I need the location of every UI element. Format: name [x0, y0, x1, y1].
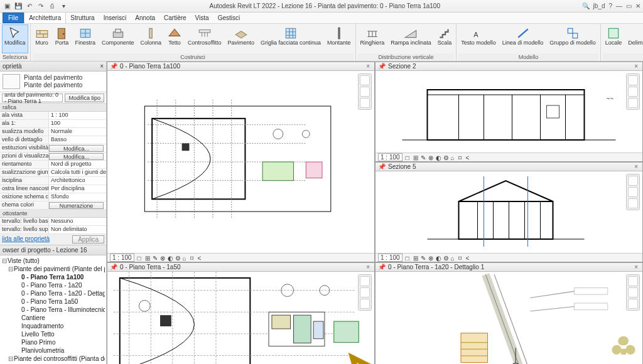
nav-wheel[interactable]	[626, 73, 640, 110]
montante-button[interactable]: Montante	[325, 24, 354, 53]
viewbar-icon[interactable]: <	[197, 254, 205, 262]
file-tab[interactable]: File	[3, 13, 24, 23]
property-row[interactable]: estituzioni visibilità/graficaModifica..…	[0, 144, 106, 153]
viewbar-icon[interactable]: ⊞	[413, 154, 420, 161]
property-row[interactable]: isciplinaArchitettonico	[0, 177, 106, 185]
property-value[interactable]: Architettonico	[49, 177, 106, 185]
view-detail-1a20[interactable]: 📌0 - Piano Terra - 1a20 - Dettaglio 1× 1	[375, 262, 643, 364]
tab-vista[interactable]: Vista	[191, 13, 213, 23]
property-value[interactable]: Nessuno	[49, 218, 106, 225]
property-row[interactable]: ala 1:100	[0, 120, 106, 128]
property-row[interactable]: ala vista1 : 100	[0, 112, 106, 120]
finestra-button[interactable]: Finestra	[73, 24, 99, 53]
viewbar-icon[interactable]: □	[405, 254, 413, 262]
close-icon[interactable]: ✕	[635, 3, 640, 9]
property-value[interactable]: 100	[49, 120, 106, 127]
apply-button[interactable]: Applica	[72, 235, 104, 244]
tree-node[interactable]: Cantiere	[1, 314, 105, 322]
tree-node[interactable]: Livello Tetto	[1, 330, 105, 338]
viewbar-icon[interactable]: ⌑	[458, 154, 465, 161]
property-value[interactable]: Numerazione	[49, 202, 104, 209]
viewbar-icon[interactable]: ◐	[167, 254, 175, 262]
property-value[interactable]: Nord di progetto	[49, 161, 106, 168]
gruppo-di-modello-button[interactable]: Gruppo di modello	[547, 24, 598, 53]
tree-node[interactable]: 0 - Piano Terra 1a100	[1, 273, 105, 281]
tree-node[interactable]: Planivolumetria	[1, 346, 105, 355]
search-icon[interactable]: 🔍	[582, 3, 590, 9]
property-row[interactable]: rientamentoNord di progetto	[0, 161, 106, 169]
viewbar-icon[interactable]: ⌂	[450, 254, 458, 262]
viewbar-icon[interactable]: ⚙	[443, 154, 450, 161]
scale-display[interactable]: 1 : 100	[378, 153, 403, 161]
griglia-facciata-continua-button[interactable]: Griglia facciata continua	[258, 24, 323, 53]
property-row[interactable]: sualizzazione giunti deiCalcola tutti i …	[0, 169, 106, 177]
viewbar-icon[interactable]: □	[405, 154, 413, 161]
close-icon[interactable]: ×	[632, 63, 640, 70]
view-pin-icon[interactable]: 📌	[378, 264, 386, 270]
tetto-button[interactable]: Tetto	[165, 24, 184, 53]
property-value[interactable]: Modifica...	[49, 145, 104, 152]
close-icon[interactable]: ×	[364, 264, 372, 270]
tab-struttura[interactable]: Struttura	[66, 13, 99, 23]
view-section-5[interactable]: 📌Sezione 5× 1 : 100□⊞✎⊗◐⚙⌂⌑<	[375, 162, 643, 262]
save-icon[interactable]: 💾	[14, 2, 23, 11]
viewbar-icon[interactable]: <	[465, 254, 473, 262]
controsoffitto-button[interactable]: Controsoffitto	[185, 24, 224, 53]
tree-node[interactable]: 0 - Piano Terra - 1a20	[1, 281, 105, 289]
viewbar-icon[interactable]: ⌑	[458, 254, 465, 262]
tree-node[interactable]: 0 - Piano Terra - Illuminotecnica	[1, 306, 105, 314]
viewbar-icon[interactable]: ✎	[420, 254, 428, 262]
property-value[interactable]: Calcola tutti i giunti dei muri	[49, 169, 106, 176]
undo-icon[interactable]: ↶	[25, 2, 34, 11]
viewbar-icon[interactable]: ⊞	[413, 254, 420, 262]
close-icon[interactable]: ×	[100, 63, 104, 70]
viewbar-icon[interactable]: ⊗	[428, 254, 435, 262]
viewbar-icon[interactable]: ⌂	[450, 154, 458, 161]
view-pin-icon[interactable]: 📌	[378, 163, 386, 170]
viewbar-icon[interactable]: ⌂	[182, 254, 190, 262]
viewbar-icon[interactable]: ⊗	[159, 254, 167, 262]
locale-button[interactable]: Locale	[603, 24, 625, 53]
viewbar-icon[interactable]: ◐	[435, 154, 443, 161]
property-row[interactable]: sualizza modelloNormale	[0, 128, 106, 136]
tree-node[interactable]: Piano Primo	[1, 338, 105, 346]
viewbar-icon[interactable]: □	[137, 254, 144, 262]
linea-di-modello-button[interactable]: Linea di modello	[500, 24, 546, 53]
tree-node[interactable]: ⊟Viste (tutto)	[1, 257, 105, 265]
view-plan-1a100[interactable]: 📌0 - Piano Terra 1a100×	[107, 62, 375, 262]
nav-wheel[interactable]	[626, 174, 640, 210]
porta-button[interactable]: Porta	[53, 24, 72, 53]
property-row[interactable]: ostra linee nascostePer disciplina	[0, 185, 106, 193]
pavimento-button[interactable]: Pavimento	[225, 24, 257, 53]
modify-button[interactable]: Modifica	[2, 24, 28, 53]
colonna-button[interactable]: Colonna	[138, 24, 165, 53]
maximize-icon[interactable]: ▭	[626, 3, 632, 9]
minimize-icon[interactable]: —	[616, 3, 622, 9]
scale-display[interactable]: 1 : 100	[110, 254, 134, 262]
viewbar-icon[interactable]: <	[465, 154, 473, 161]
tab-annota[interactable]: Annota	[131, 13, 159, 23]
delimitatore-locale-button[interactable]: Delimitatore locale	[625, 24, 643, 53]
redo-icon[interactable]: ↷	[36, 2, 45, 11]
close-icon[interactable]: ×	[364, 63, 372, 70]
property-row[interactable]: pzioni di visualizzazioneModifica...	[0, 153, 106, 161]
property-row[interactable]: tervallo: livello superioreNon delimitat…	[0, 226, 106, 234]
tab-architettura[interactable]: Architettura	[24, 13, 66, 23]
viewbar-icon[interactable]: ⊞	[144, 254, 152, 262]
print-icon[interactable]: ⎙	[48, 2, 57, 11]
view-pin-icon[interactable]: 📌	[110, 63, 117, 70]
property-value[interactable]: Sfondo	[49, 193, 106, 201]
muro-button[interactable]: Muro	[33, 24, 51, 53]
view-pin-icon[interactable]: 📌	[110, 264, 117, 270]
tree-node[interactable]: Inquadramento	[1, 322, 105, 330]
close-icon[interactable]: ×	[632, 163, 640, 170]
tree-node[interactable]: 0 - Piano Terra - 1a20 - Dettaglio 1	[1, 289, 105, 297]
scale-display[interactable]: 1 : 100	[378, 254, 403, 262]
nav-wheel[interactable]	[358, 274, 372, 311]
tab-cantiere[interactable]: Cartière	[159, 13, 191, 23]
viewbar-icon[interactable]: ⚙	[175, 254, 182, 262]
viewbar-icon[interactable]: ⚙	[443, 254, 450, 262]
property-value[interactable]: Basso	[49, 136, 106, 144]
nav-wheel[interactable]	[626, 274, 640, 311]
user-label[interactable]: jb_d	[593, 3, 605, 9]
